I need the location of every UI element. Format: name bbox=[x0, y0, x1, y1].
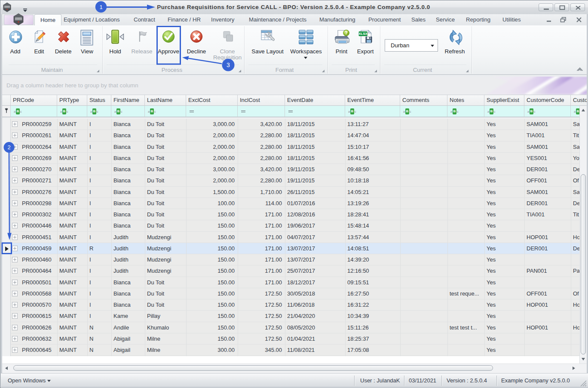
svg-text:?: ? bbox=[345, 30, 348, 35]
svg-text:XLSX: XLSX bbox=[358, 32, 368, 36]
